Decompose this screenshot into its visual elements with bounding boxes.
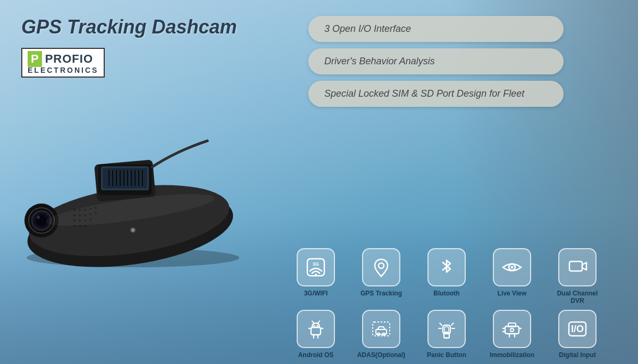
svg-text:3G: 3G	[313, 261, 319, 267]
icon-label-io: Digital Input	[559, 351, 595, 359]
svg-line-58	[312, 321, 314, 323]
icon-box-3g: 3G	[297, 248, 335, 286]
brand-electronics: ELECTRONICS	[28, 66, 98, 74]
svg-point-43	[131, 228, 135, 232]
svg-rect-51	[569, 261, 582, 271]
icon-label-adas: ADAS(Optional)	[357, 351, 406, 359]
icon-label-android: Android OS	[298, 351, 334, 359]
svg-rect-53	[311, 327, 321, 335]
dashcam-svg	[0, 88, 271, 268]
icon-box-bt	[427, 248, 466, 286]
icon-immobilization: Immobilization	[484, 310, 540, 359]
svg-point-47	[315, 274, 317, 276]
icon-box-gps	[362, 248, 400, 286]
svg-text:I/O: I/O	[571, 324, 584, 334]
icon-label-dvr: Dual Channel DVR	[550, 290, 606, 304]
svg-point-60	[314, 325, 315, 327]
brand-badge: P PROFIO ELECTRONICS	[21, 48, 105, 78]
feature-pill-2: Driver's Behavior Analysis	[308, 48, 564, 74]
feature-pill-3: Special Locked SIM & SD Port Design for …	[308, 81, 564, 107]
left-panel: GPS Tracking Dashcam P PROFIO ELECTRONIC…	[0, 0, 298, 364]
main-container: GPS Tracking Dashcam P PROFIO ELECTRONIC…	[0, 0, 638, 364]
icon-3g-wifi: 3G 3G/WIFI	[288, 248, 344, 304]
icon-panic: Panic Button	[419, 310, 475, 359]
svg-point-61	[317, 325, 318, 327]
icon-digital-input: I/O Digital Input	[550, 310, 606, 359]
svg-point-22	[37, 216, 40, 219]
feature-pill-1: 3 Open I/O Interface	[308, 16, 564, 42]
icon-box-dvr	[558, 248, 597, 286]
icon-label-engine: Immobilization	[490, 351, 534, 359]
icon-box-adas	[362, 310, 400, 348]
svg-point-80	[510, 328, 514, 332]
icon-gps-tracking: GPS Tracking	[354, 248, 409, 304]
brand-top: P PROFIO	[28, 51, 98, 67]
svg-rect-73	[505, 326, 519, 334]
svg-line-69	[440, 323, 442, 325]
icons-row-1: 3G 3G/WIFI GPS Tracking	[261, 248, 633, 304]
icon-label-gps: GPS Tracking	[360, 290, 402, 297]
features-list: 3 Open I/O Interface Driver's Behavior A…	[308, 16, 627, 107]
icons-section: 3G 3G/WIFI GPS Tracking	[261, 248, 633, 359]
svg-rect-68	[444, 327, 449, 332]
icons-row-2: Android OS AD	[261, 310, 633, 359]
icon-label-bt: Blutooth	[433, 290, 459, 297]
icon-label-panic: Panic Button	[427, 351, 466, 359]
svg-line-70	[451, 323, 454, 325]
icon-adas: ADAS(Optional)	[354, 310, 409, 359]
icon-box-panic	[427, 310, 466, 348]
icon-box-engine	[493, 310, 531, 348]
icon-box-io: I/O	[558, 310, 597, 348]
icon-bluetooth: Blutooth	[419, 248, 475, 304]
brand-profio: PROFIO	[45, 52, 93, 66]
svg-marker-52	[582, 263, 586, 270]
icon-label-3g: 3G/WIFI	[304, 290, 328, 297]
icon-dvr: Dual Channel DVR	[550, 248, 606, 304]
icon-label-eye: Live View	[498, 290, 526, 297]
svg-line-59	[318, 321, 320, 323]
brand-green-box: P	[28, 51, 42, 67]
icon-live-view: Live View	[484, 248, 540, 304]
product-title: GPS Tracking Dashcam	[21, 16, 287, 38]
dashcam-image	[0, 88, 271, 268]
svg-point-48	[379, 263, 384, 268]
icon-android-os: Android OS	[288, 310, 344, 359]
icon-box-eye	[493, 248, 531, 286]
svg-point-50	[511, 266, 514, 269]
icon-box-android	[297, 310, 335, 348]
